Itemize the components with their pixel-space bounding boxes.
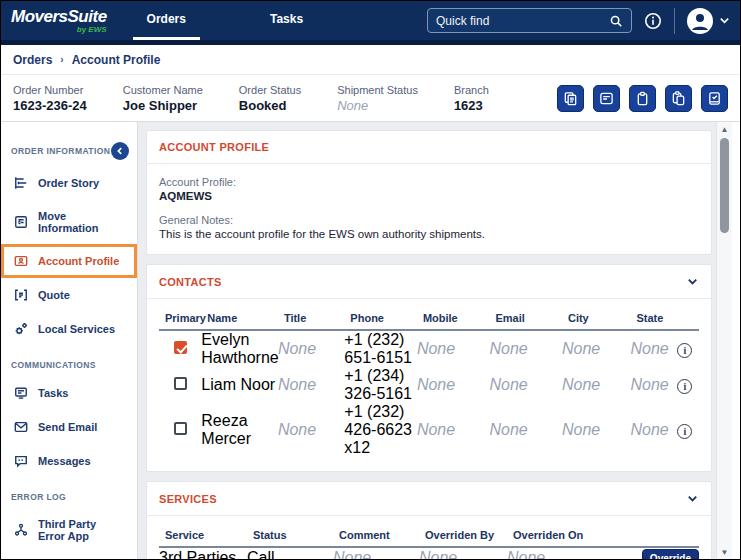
primary-checkbox[interactable] [174,341,187,354]
account-profile-title: ACCOUNT PROFILE [159,141,269,153]
search-icon[interactable] [609,14,623,28]
general-notes-value: This is the account profile for the EWS … [159,228,699,240]
sidebar-collapse-button[interactable] [111,142,129,160]
contact-state: None [630,330,670,367]
book-check-button[interactable] [701,85,728,112]
sidebar-item-order-story[interactable]: Order Story [1,166,137,200]
override-button[interactable]: Override [642,549,699,559]
contact-state: None [630,367,670,403]
contacts-collapse-chevron-icon[interactable] [686,275,699,288]
contacts-card: CONTACTS Primary Name T [146,264,712,472]
section-title-communications: COMMUNICATIONS [11,360,96,370]
contact-row: Evelyn Hawthorne None +1 (232) 651-6151 … [159,330,699,367]
contact-info-icon[interactable]: i [677,379,692,394]
account-profile-icon [14,254,28,268]
contact-title: None [278,403,344,457]
contact-name: Evelyn Hawthorne [201,330,278,367]
sidebar-item-quote[interactable]: Quote [1,278,137,312]
contact-email: None [489,367,562,403]
note-button[interactable] [593,85,620,112]
services-card-header: SERVICES [147,482,711,516]
sidebar-item-label: Third Party Error App [38,518,124,542]
services-title: SERVICES [159,493,217,505]
quick-find-box[interactable] [427,8,632,33]
field-order-status: Order Status Booked [239,84,301,113]
col-service: Service [159,526,247,547]
copy-document-button[interactable] [557,85,584,112]
col-overriden-on: Overriden On [507,526,603,547]
brand-name: MoversSuite [11,8,107,25]
customer-name-label: Customer Name [123,84,203,96]
tab-orders[interactable]: Orders [133,1,200,40]
breadcrumb-separator: › [60,54,63,65]
service-overriden-on: None [507,547,603,559]
breadcrumb: Orders › Account Profile [1,45,740,75]
clipboard-icon [635,91,650,106]
services-card-body: Service Status Comment Overriden By Over… [147,516,711,559]
field-shipment-status: Shipment Status None [337,84,418,113]
contact-phone: +1 (232) 651-6151 [344,330,417,367]
app-logo[interactable]: MoversSuite by EWS [11,8,107,34]
user-menu[interactable] [687,8,730,34]
contacts-title: CONTACTS [159,276,222,288]
order-story-icon [14,176,28,190]
app-window: MoversSuite by EWS Orders Tasks [0,0,741,560]
account-profile-field-value: AQMEWS [159,190,699,202]
top-navigation-bar: MoversSuite by EWS Orders Tasks [1,1,740,40]
contacts-header-row: Primary Name Title Phone Mobile Email Ci… [159,309,699,330]
sidebar-item-label: Messages [38,455,91,467]
sidebar-item-label: Tasks [38,387,68,399]
branch-label: Branch [454,84,489,96]
info-icon[interactable] [644,12,662,30]
sidebar-item-move-information[interactable]: Move Information [1,200,137,244]
contact-mobile: None [417,367,490,403]
sidebar-item-tasks[interactable]: Tasks [1,376,137,410]
contacts-table: Primary Name Title Phone Mobile Email Ci… [159,309,699,457]
contact-email: None [489,330,562,367]
services-collapse-chevron-icon[interactable] [686,492,699,505]
contact-info-icon[interactable]: i [677,424,692,439]
contact-title: None [278,330,344,367]
col-overriden-by: Overriden By [419,526,507,547]
contact-city: None [562,403,631,457]
contact-info-icon[interactable]: i [677,343,692,358]
section-title-order-information: ORDER INFORMATION [11,146,110,156]
sidebar-item-third-party-error-app[interactable]: Third Party Error App [1,508,137,552]
scrollbar-track[interactable] [717,136,732,545]
user-avatar[interactable] [687,8,713,34]
clipboard-button[interactable] [629,85,656,112]
sidebar-item-messages[interactable]: Messages [1,444,137,478]
sidebar-item-local-services[interactable]: Local Services [1,312,137,346]
sidebar-item-account-profile[interactable]: Account Profile [1,244,137,278]
send-email-icon [14,420,28,434]
tasks-icon [14,386,28,400]
quick-find-input[interactable] [436,14,609,28]
account-profile-card: ACCOUNT PROFILE Account Profile: AQMEWS … [146,130,712,255]
breadcrumb-orders[interactable]: Orders [13,53,52,67]
scrollbar-down-arrow[interactable]: ▼ [717,545,732,559]
primary-checkbox[interactable] [174,377,187,390]
service-status: Call [247,547,333,559]
third-party-error-icon [14,523,28,537]
chevron-down-icon[interactable] [719,15,730,26]
vertical-scrollbar[interactable]: ▲ ▼ [716,122,732,559]
sidebar-item-label: Order Story [38,177,99,189]
order-status-value: Booked [239,98,301,113]
sidebar-section-order-information: ORDER INFORMATION [1,136,137,166]
shipment-status-label: Shipment Status [337,84,418,96]
sidebar-item-send-email[interactable]: Send Email [1,410,137,444]
contact-email: None [489,403,562,457]
tab-tasks[interactable]: Tasks [256,1,317,40]
primary-checkbox[interactable] [174,422,187,435]
contact-name: Liam Noor [201,367,278,403]
col-override-action [603,526,699,547]
col-email: Email [489,309,562,330]
scrollbar-up-arrow[interactable]: ▲ [717,122,732,136]
order-number-value: 1623-236-24 [13,98,87,113]
scrollbar-thumb[interactable] [720,138,729,233]
clipboard-copy-button[interactable] [665,85,692,112]
field-branch: Branch 1623 [454,84,489,113]
nav-right-cluster [427,8,730,34]
order-status-label: Order Status [239,84,301,96]
sidebar-item-label: Send Email [38,421,97,433]
